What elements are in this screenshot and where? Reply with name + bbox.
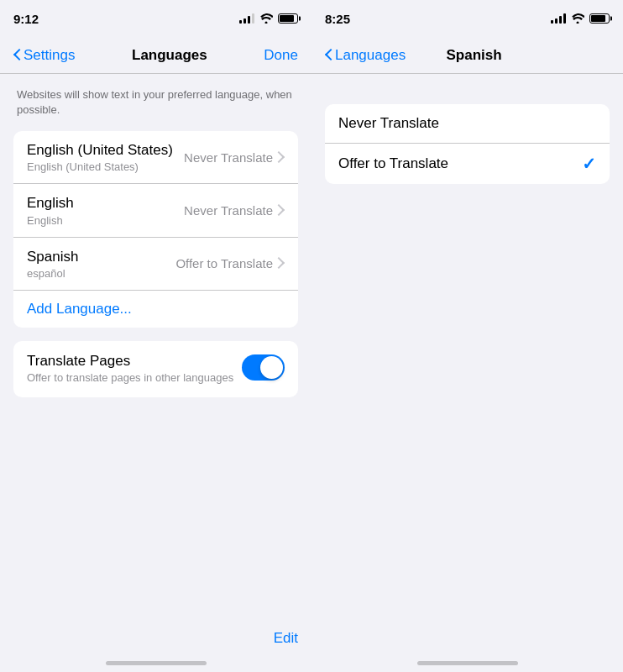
never-translate-option[interactable]: Never Translate xyxy=(325,104,610,144)
offer-translate-label: Offer to Translate xyxy=(338,155,448,173)
language-subtitle-english: English xyxy=(27,214,184,227)
selected-checkmark-icon: ✓ xyxy=(582,154,596,174)
toggle-knob xyxy=(260,356,283,379)
battery-icon-left xyxy=(278,13,298,24)
done-button[interactable]: Done xyxy=(264,47,298,64)
chevron-right-icon xyxy=(278,152,285,163)
spanish-options-list: Never Translate Offer to Translate ✓ xyxy=(325,104,610,184)
back-button-left[interactable]: Settings xyxy=(13,47,75,64)
language-item-english[interactable]: English English Never Translate xyxy=(13,184,298,237)
bottom-bar-left: Edit xyxy=(274,630,298,647)
status-bar-right: 8:25 xyxy=(312,0,623,37)
language-value-english-us: Never Translate xyxy=(184,150,273,165)
language-subtitle-english-us: English (United States) xyxy=(27,160,184,173)
language-list: English (United States) English (United … xyxy=(13,131,298,327)
back-label-left: Settings xyxy=(24,47,75,64)
add-language-button[interactable]: Add Language... xyxy=(27,301,132,318)
page-title-left: Languages xyxy=(132,47,207,64)
chevron-right-icon-3 xyxy=(278,258,285,269)
status-icons-right xyxy=(551,13,610,24)
translate-pages-item: Translate Pages Offer to translate pages… xyxy=(13,341,298,397)
description-text: Websites will show text in your preferre… xyxy=(13,87,298,118)
language-title-spanish: Spanish xyxy=(27,248,175,266)
home-indicator-right xyxy=(417,661,518,665)
add-language-item[interactable]: Add Language... xyxy=(13,291,298,328)
nav-bar-left: Settings Languages Done xyxy=(0,37,312,74)
language-item-english-us[interactable]: English (United States) English (United … xyxy=(13,131,298,184)
chevron-left-icon xyxy=(13,50,20,60)
back-button-right[interactable]: Languages xyxy=(325,47,406,64)
wifi-icon-right xyxy=(571,13,584,24)
signal-icon-right xyxy=(551,13,566,24)
wifi-icon-left xyxy=(259,13,273,24)
chevron-right-icon-2 xyxy=(278,205,285,216)
language-title-english-us: English (United States) xyxy=(27,141,184,160)
translate-pages-subtitle: Offer to translate pages in other langua… xyxy=(27,371,242,386)
translate-pages-toggle[interactable] xyxy=(242,354,285,381)
status-time-right: 8:25 xyxy=(325,12,350,26)
left-phone-panel: 9:12 Settings Languages Done Websites w xyxy=(0,0,312,672)
language-title-english: English xyxy=(27,194,184,213)
status-time-left: 9:12 xyxy=(13,12,39,26)
status-icons-left xyxy=(239,13,298,24)
translate-pages-title: Translate Pages xyxy=(27,353,242,370)
content-right: Never Translate Offer to Translate ✓ xyxy=(312,74,623,672)
page-title-right: Spanish xyxy=(447,47,502,64)
never-translate-label: Never Translate xyxy=(338,114,439,133)
language-value-english: Never Translate xyxy=(184,203,273,218)
status-bar-left: 9:12 xyxy=(0,0,312,37)
back-label-right: Languages xyxy=(335,47,406,64)
signal-icon-left xyxy=(239,13,254,24)
chevron-left-icon-right xyxy=(325,50,332,60)
language-item-spanish[interactable]: Spanish español Offer to Translate xyxy=(13,238,298,291)
right-phone-panel: 8:25 Languages Spanish xyxy=(312,0,623,672)
content-left: Websites will show text in your preferre… xyxy=(0,74,312,672)
offer-translate-option[interactable]: Offer to Translate ✓ xyxy=(325,144,610,184)
translate-pages-group: Translate Pages Offer to translate pages… xyxy=(13,341,298,397)
language-value-spanish: Offer to Translate xyxy=(175,256,273,270)
home-indicator-left xyxy=(106,661,207,665)
language-subtitle-spanish: español xyxy=(27,267,175,280)
battery-icon-right xyxy=(589,13,610,24)
nav-bar-right: Languages Spanish xyxy=(312,37,623,74)
edit-button[interactable]: Edit xyxy=(274,630,298,646)
